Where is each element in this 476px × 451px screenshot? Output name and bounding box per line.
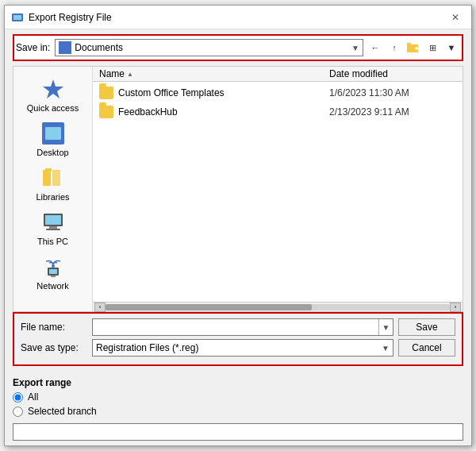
save-in-arrow-icon: ▼ bbox=[351, 44, 359, 52]
save-in-dropdown[interactable]: Documents ▼ bbox=[55, 39, 363, 56]
file-item-date: 2/13/2023 9:11 AM bbox=[329, 106, 456, 118]
export-registry-dialog: Export Registry File ✕ Save in: Document… bbox=[4, 5, 472, 446]
radio-selected-branch[interactable] bbox=[13, 407, 23, 417]
file-item-date: 1/6/2023 11:30 AM bbox=[329, 87, 456, 98]
dialog-body: Save in: Documents ▼ ← ↑ bbox=[5, 29, 471, 371]
export-range-section: Export range All Selected branch bbox=[5, 371, 471, 445]
sidebar: Quick access Desktop bbox=[13, 67, 93, 311]
sidebar-item-quick-access[interactable]: Quick access bbox=[17, 73, 89, 116]
file-list: Name ▲ Date modified Custom Office Templ… bbox=[93, 67, 463, 311]
svg-rect-3 bbox=[60, 44, 63, 47]
scroll-right-button[interactable]: › bbox=[450, 303, 461, 312]
scrollbar[interactable]: ‹ › bbox=[93, 302, 463, 311]
save-in-folder-icon bbox=[59, 41, 71, 54]
save-in-label: Save in: bbox=[16, 42, 50, 53]
svg-rect-14 bbox=[49, 226, 57, 229]
radio-all[interactable] bbox=[13, 392, 23, 403]
radio-all-row: All bbox=[13, 391, 463, 403]
bottom-form-section: File name: ▼ Save Save as type: Registra… bbox=[13, 312, 463, 366]
quick-access-icon bbox=[40, 76, 66, 102]
dialog-icon bbox=[11, 11, 24, 24]
back-button[interactable]: ← bbox=[367, 39, 384, 56]
sort-arrow-icon: ▲ bbox=[127, 71, 133, 78]
folder-icon bbox=[99, 105, 113, 119]
export-range-title: Export range bbox=[13, 377, 463, 388]
svg-rect-18 bbox=[51, 276, 56, 277]
save-in-row: Save in: Documents ▼ ← ↑ bbox=[13, 34, 463, 61]
svg-rect-9 bbox=[43, 170, 51, 186]
svg-marker-8 bbox=[43, 79, 63, 98]
main-area: Quick access Desktop bbox=[13, 66, 463, 312]
filename-input[interactable] bbox=[93, 318, 378, 336]
scrollbar-thumb[interactable] bbox=[106, 304, 312, 310]
filename-row: File name: ▼ Save bbox=[21, 318, 455, 336]
svg-rect-5 bbox=[407, 43, 411, 46]
scroll-left-button[interactable]: ‹ bbox=[94, 303, 106, 312]
view-arrow-button[interactable]: ▼ bbox=[443, 39, 460, 56]
savetype-value: Registration Files (*.reg) bbox=[96, 342, 382, 353]
network-icon bbox=[40, 254, 66, 279]
svg-rect-1 bbox=[13, 15, 21, 20]
cancel-button[interactable]: Cancel bbox=[398, 339, 455, 357]
dialog-title: Export Registry File bbox=[29, 12, 446, 23]
toolbar-icons: ← ↑ ⊞ ▼ bbox=[367, 39, 460, 56]
new-folder-button[interactable] bbox=[405, 39, 422, 56]
list-item[interactable]: Custom Office Templates 1/6/2023 11:30 A… bbox=[93, 83, 463, 102]
svg-rect-17 bbox=[49, 269, 57, 274]
close-button[interactable]: ✕ bbox=[446, 8, 465, 27]
network-label: Network bbox=[36, 281, 68, 291]
svg-rect-13 bbox=[45, 215, 61, 225]
column-date[interactable]: Date modified bbox=[329, 68, 456, 79]
up-button[interactable]: ↑ bbox=[386, 39, 403, 56]
filename-input-wrapper: ▼ bbox=[92, 318, 393, 336]
radio-branch-row: Selected branch bbox=[13, 406, 463, 417]
libraries-icon bbox=[40, 165, 66, 191]
svg-rect-10 bbox=[52, 170, 60, 186]
desktop-icon bbox=[40, 121, 66, 146]
sidebar-item-network[interactable]: Network bbox=[17, 251, 89, 294]
sidebar-item-desktop[interactable]: Desktop bbox=[17, 118, 89, 160]
radio-branch-label[interactable]: Selected branch bbox=[28, 406, 97, 417]
quick-access-label: Quick access bbox=[27, 103, 79, 113]
file-item-name: Custom Office Templates bbox=[118, 87, 329, 98]
view-button[interactable]: ⊞ bbox=[424, 39, 441, 56]
svg-rect-7 bbox=[416, 47, 417, 50]
radio-all-label[interactable]: All bbox=[28, 391, 38, 403]
file-item-name: FeedbackHub bbox=[118, 106, 329, 118]
savetype-dropdown[interactable]: Registration Files (*.reg) ▼ bbox=[92, 339, 393, 357]
sidebar-item-libraries[interactable]: Libraries bbox=[17, 162, 89, 205]
column-name[interactable]: Name ▲ bbox=[99, 68, 329, 79]
this-pc-icon bbox=[40, 210, 66, 235]
savetype-row: Save as type: Registration Files (*.reg)… bbox=[21, 339, 455, 357]
this-pc-label: This PC bbox=[37, 237, 68, 246]
save-in-value: Documents bbox=[75, 42, 348, 53]
radio-group: All Selected branch bbox=[13, 391, 463, 441]
title-bar: Export Registry File ✕ bbox=[5, 6, 471, 29]
filename-dropdown-arrow[interactable]: ▼ bbox=[378, 319, 393, 335]
file-items: Custom Office Templates 1/6/2023 11:30 A… bbox=[93, 82, 463, 302]
svg-rect-11 bbox=[45, 168, 52, 172]
savetype-arrow-icon: ▼ bbox=[382, 344, 390, 353]
svg-point-19 bbox=[52, 264, 55, 268]
list-item[interactable]: FeedbackHub 2/13/2023 9:11 AM bbox=[93, 102, 463, 121]
svg-rect-15 bbox=[46, 229, 60, 230]
libraries-label: Libraries bbox=[36, 192, 69, 202]
save-button[interactable]: Save bbox=[398, 318, 455, 336]
file-list-header: Name ▲ Date modified bbox=[93, 67, 463, 82]
savetype-label: Save as type: bbox=[21, 342, 92, 353]
desktop-label: Desktop bbox=[36, 148, 68, 157]
filename-label: File name: bbox=[21, 322, 92, 333]
branch-input[interactable] bbox=[13, 423, 463, 441]
folder-icon bbox=[99, 86, 113, 100]
scrollbar-track[interactable] bbox=[106, 304, 450, 310]
sidebar-item-this-pc[interactable]: This PC bbox=[17, 206, 89, 249]
